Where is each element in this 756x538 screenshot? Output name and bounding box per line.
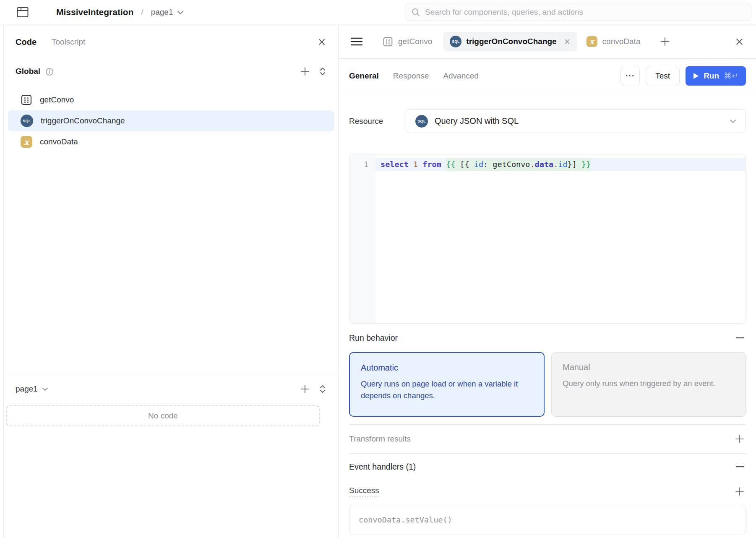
breadcrumb-separator: / (141, 8, 143, 17)
sql-badge: SQL (415, 115, 428, 128)
search-input[interactable] (425, 8, 745, 17)
option-description: Query only runs when triggered by an eve… (563, 378, 735, 389)
tab-getconvo[interactable]: getConvo (383, 37, 432, 47)
no-code-placeholder: No code (6, 405, 320, 426)
code-panel-header: Code Toolscript (4, 25, 338, 59)
resource-select[interactable]: SQL Query JSON with SQL (406, 109, 746, 133)
add-page-query-button[interactable] (299, 383, 311, 395)
resource-label: Resource (349, 117, 406, 126)
info-icon[interactable] (45, 68, 54, 76)
option-description: Query runs on page load or when a variab… (361, 378, 533, 402)
search-icon (411, 8, 420, 17)
list-item-convodata[interactable]: x convoData (8, 131, 334, 152)
rest-query-icon (383, 37, 393, 47)
chevron-down-icon (730, 119, 736, 123)
code-token: id (474, 158, 483, 171)
code-token (409, 158, 413, 171)
new-tab-button[interactable] (659, 35, 671, 48)
sort-icon[interactable] (317, 65, 328, 78)
code-token: data (535, 158, 554, 171)
list-item-triggeronconvochange[interactable]: SQL triggerOnConvoChange (8, 110, 334, 131)
page-section-header: page1 (4, 375, 338, 403)
query-subheader: General Response Advanced ··· Test Run ⌘… (339, 59, 756, 93)
run-button[interactable]: Run ⌘↵ (686, 66, 746, 86)
list-item-label: convoData (40, 137, 78, 146)
sort-icon[interactable] (317, 383, 328, 395)
resource-row: Resource SQL Query JSON with SQL (349, 109, 746, 133)
add-success-handler-button[interactable] (733, 485, 746, 498)
run-behavior-header: Run behavior (349, 329, 746, 346)
play-icon (693, 73, 699, 79)
run-label: Run (704, 71, 719, 81)
list-item-getconvo[interactable]: getConvo (8, 89, 334, 110)
add-query-button[interactable] (299, 65, 311, 78)
option-manual[interactable]: Manual Query only runs when triggered by… (551, 352, 746, 417)
code-panel: Code Toolscript Global (3, 25, 339, 538)
collapse-icon[interactable] (734, 335, 746, 340)
close-editor-button[interactable] (734, 36, 745, 47)
page-label[interactable]: page1 (16, 384, 38, 394)
chevron-down-icon[interactable] (177, 10, 184, 15)
code-token: . (553, 158, 558, 171)
collapse-icon[interactable] (734, 464, 746, 469)
global-label: Global (16, 67, 40, 76)
tab-toolscript[interactable]: Toolscript (52, 37, 85, 47)
menu-icon[interactable] (349, 36, 364, 47)
code-token: select (381, 158, 409, 171)
variable-icon: x (21, 136, 32, 148)
code-token: id (558, 158, 567, 171)
breadcrumb-page[interactable]: page1 (151, 8, 173, 17)
global-search[interactable] (405, 3, 751, 21)
query-config: Resource SQL Query JSON with SQL 1 selec… (339, 109, 756, 534)
option-automatic[interactable]: Automatic Query runs on page load or whe… (349, 352, 545, 417)
chevron-down-icon[interactable] (42, 387, 48, 391)
more-options-button[interactable]: ··· (620, 67, 640, 85)
editor-code-area[interactable]: select 1 from {{ [{ id: getConvo.data.id… (375, 154, 746, 323)
tab-response[interactable]: Response (393, 71, 429, 81)
tab-general[interactable]: General (349, 71, 379, 81)
line-number: 1 (349, 158, 375, 171)
event-handlers-label: Event handlers (1) (349, 462, 416, 472)
tab-code[interactable]: Code (16, 37, 36, 47)
run-behavior-options: Automatic Query runs on page load or whe… (349, 352, 746, 417)
tab-label: convoData (602, 37, 641, 46)
code-token: }] (568, 158, 581, 171)
run-shortcut: ⌘↵ (724, 71, 738, 81)
code-token: 1 (413, 158, 418, 171)
list-item-label: triggerOnConvoChange (41, 116, 125, 125)
event-handlers-row: Event handlers (1) (349, 454, 746, 480)
app-title: MissiveIntegration (56, 7, 133, 17)
run-behavior-title: Run behavior (349, 333, 398, 343)
breadcrumb: MissiveIntegration / page1 (56, 7, 184, 17)
list-item-label: getConvo (40, 95, 74, 104)
success-handler-item[interactable]: convoData.setValue() (349, 505, 746, 534)
code-token: [{ (455, 158, 474, 171)
global-section-header: Global (4, 59, 338, 84)
app-layout-icon[interactable] (16, 5, 29, 19)
tab-convodata[interactable]: x convoData (587, 36, 641, 47)
close-panel-button[interactable] (316, 37, 327, 47)
rest-query-icon (21, 94, 32, 106)
add-transform-button[interactable] (733, 433, 746, 445)
tab-advanced[interactable]: Advanced (443, 71, 479, 81)
tab-triggeronconvochange-active[interactable]: SQL triggerOnConvoChange ✕ (443, 32, 577, 51)
option-title: Automatic (361, 363, 533, 373)
code-token: getConvo (493, 158, 530, 171)
test-button[interactable]: Test (646, 67, 680, 85)
topbar: MissiveIntegration / page1 (0, 0, 756, 24)
code-token: }} (581, 158, 591, 171)
tab-label: getConvo (398, 37, 432, 46)
editor-gutter: 1 (349, 154, 375, 323)
code-token: . (530, 158, 534, 171)
code-token: from (422, 158, 441, 171)
code-token (441, 158, 446, 171)
success-handler-value: convoData.setValue() (359, 515, 452, 524)
sql-badge: SQL (450, 36, 461, 47)
sql-code-editor[interactable]: 1 select 1 from {{ [{ id: getConvo.data.… (349, 154, 746, 324)
option-title: Manual (563, 363, 735, 372)
transform-results-label: Transform results (349, 434, 411, 444)
global-query-list: getConvo SQL triggerOnConvoChange x conv… (4, 89, 338, 152)
close-tab-icon[interactable]: ✕ (564, 37, 571, 47)
code-token (418, 158, 422, 171)
code-token: : (483, 158, 493, 171)
